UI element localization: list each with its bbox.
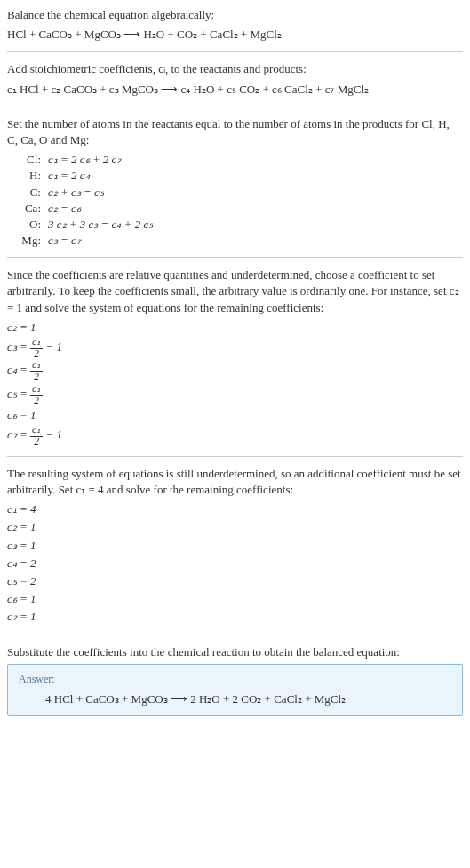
denominator: 2 — [30, 437, 43, 447]
atom-eq: c₃ = c₇ — [48, 233, 81, 249]
atom-eq: c₂ + c₃ = c₅ — [48, 185, 104, 201]
atom-row: O: 3 c₂ + 3 c₃ = c₄ + 2 c₅ — [14, 217, 463, 233]
underdet1-section: Since the coefficients are relative quan… — [7, 267, 463, 447]
main-equation: HCl + CaCO₃ + MgCO₃ ⟶ H₂O + CO₂ + CaCl₂ … — [7, 27, 463, 43]
atoms-section: Set the number of atoms in the reactants… — [7, 116, 463, 249]
atom-table: Cl: c₁ = 2 c₆ + 2 c₇ H: c₁ = 2 c₄ C: c₂ … — [14, 152, 463, 249]
substitute-section: Substitute the coefficients into the che… — [7, 644, 463, 716]
divider — [7, 107, 463, 107]
answer-equation: 4 HCl + CaCO₃ + MgCO₃ ⟶ 2 H₂O + 2 CO₂ + … — [45, 691, 451, 707]
title-section: Balance the chemical equation algebraica… — [7, 7, 463, 43]
coeff-row: c₅ = 2 — [7, 573, 463, 589]
denominator: 2 — [30, 349, 43, 359]
coeff-list-1: c₂ = 1 c₃ = c₁2 − 1 c₄ = c₁2 c₅ = c₁2 c₆… — [7, 320, 463, 447]
atom-row: H: c₁ = 2 c₄ — [14, 168, 463, 184]
coeff-row: c₆ = 1 — [7, 591, 463, 607]
coeff-row: c₄ = c₁2 — [7, 360, 463, 382]
atom-label: H: — [14, 168, 41, 184]
underdet1-text: Since the coefficients are relative quan… — [7, 267, 463, 316]
divider — [7, 456, 463, 457]
atom-eq: c₁ = 2 c₆ + 2 c₇ — [48, 152, 121, 168]
coeff-pre: c₇ = — [7, 429, 30, 442]
coeff-row: c₅ = c₁2 — [7, 384, 463, 406]
answer-box: Answer: 4 HCl + CaCO₃ + MgCO₃ ⟶ 2 H₂O + … — [7, 664, 463, 716]
atom-row: Cl: c₁ = 2 c₆ + 2 c₇ — [14, 152, 463, 168]
divider — [7, 635, 463, 635]
atom-row: Ca: c₂ = c₆ — [14, 201, 463, 217]
coeff-row: c₃ = c₁2 − 1 — [7, 337, 463, 359]
divider — [7, 51, 463, 52]
coeff-row: c₃ = 1 — [7, 538, 463, 554]
coeff-pre: c₄ = — [7, 364, 30, 377]
underdet2-section: The resulting system of equations is sti… — [7, 466, 463, 626]
coeff-row: c₆ = 1 — [7, 407, 463, 423]
fraction: c₁2 — [30, 337, 43, 359]
answer-label: Answer: — [19, 672, 451, 687]
coeff-row: c₂ = 1 — [7, 519, 463, 535]
denominator: 2 — [30, 396, 43, 406]
coeff-post: − 1 — [43, 340, 62, 353]
coeff-post: − 1 — [43, 429, 62, 442]
atoms-intro: Set the number of atoms in the reactants… — [7, 116, 463, 148]
stoich-section: Add stoichiometric coefficients, cᵢ, to … — [7, 61, 463, 97]
substitute-text: Substitute the coefficients into the che… — [7, 644, 463, 660]
atom-eq: 3 c₂ + 3 c₃ = c₄ + 2 c₅ — [48, 217, 153, 233]
coeff-row: c₄ = 2 — [7, 556, 463, 572]
coeff-list-2: c₁ = 4 c₂ = 1 c₃ = 1 c₄ = 2 c₅ = 2 c₆ = … — [7, 501, 463, 625]
divider — [7, 257, 463, 258]
fraction: c₁2 — [30, 360, 43, 382]
atom-eq: c₁ = 2 c₄ — [48, 168, 90, 184]
fraction: c₁2 — [30, 384, 43, 406]
fraction: c₁2 — [30, 425, 43, 446]
atom-label: Mg: — [14, 233, 41, 249]
atom-label: C: — [14, 185, 41, 201]
denominator: 2 — [30, 372, 43, 383]
atom-row: Mg: c₃ = c₇ — [14, 233, 463, 249]
atom-eq: c₂ = c₆ — [48, 201, 81, 217]
underdet2-text: The resulting system of equations is sti… — [7, 466, 463, 498]
coeff-row: c₇ = 1 — [7, 609, 463, 625]
coeff-pre: c₅ = — [7, 387, 30, 400]
title: Balance the chemical equation algebraica… — [7, 7, 463, 23]
numerator: c₁ — [30, 384, 43, 396]
atom-label: O: — [14, 217, 41, 233]
coeff-row: c₁ = 4 — [7, 501, 463, 517]
numerator: c₁ — [30, 337, 43, 349]
atom-label: Cl: — [14, 152, 41, 168]
coeff-row: c₇ = c₁2 − 1 — [7, 425, 463, 446]
atom-row: C: c₂ + c₃ = c₅ — [14, 185, 463, 201]
coeff-pre: c₃ = — [7, 340, 30, 353]
coeff-row: c₂ = 1 — [7, 320, 463, 335]
atom-label: Ca: — [14, 201, 41, 217]
stoich-intro: Add stoichiometric coefficients, cᵢ, to … — [7, 61, 463, 77]
stoich-equation: c₁ HCl + c₂ CaCO₃ + c₃ MgCO₃ ⟶ c₄ H₂O + … — [7, 82, 463, 98]
